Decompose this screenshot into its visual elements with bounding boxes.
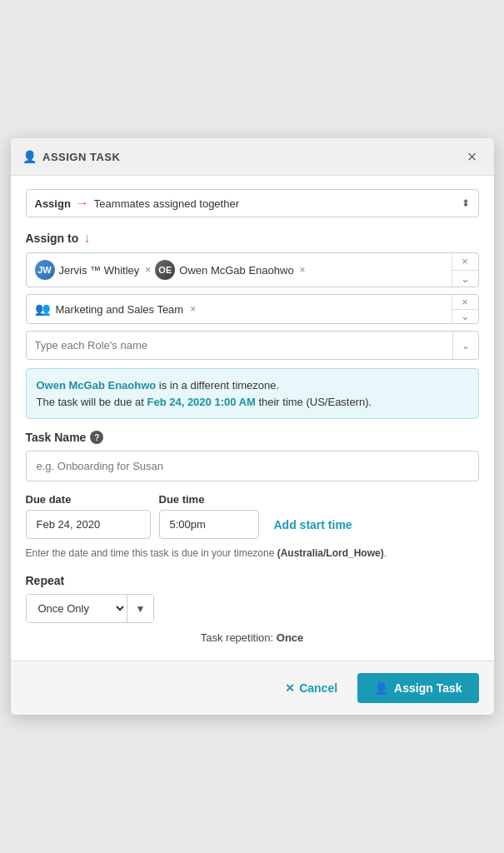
- modal-title-group: 👤 ASSIGN TASK: [22, 150, 121, 163]
- due-date-group: Due date: [26, 493, 151, 539]
- task-repetition-value: Once: [277, 631, 304, 644]
- repeat-select-wrapper: Once Only Daily Weekly Monthly ▼: [26, 594, 155, 623]
- due-time-label: Due time: [159, 493, 259, 506]
- timezone-message3: their time (US/Eastern).: [256, 396, 372, 408]
- remove-owen-button[interactable]: ×: [300, 264, 306, 276]
- assignee-tag-jervis: JW Jervis ™ Whitley ×: [35, 260, 152, 280]
- roles-input[interactable]: [27, 332, 452, 359]
- remove-team-button[interactable]: ×: [190, 303, 196, 315]
- timezone-date: Feb 24, 2020 1:00 AM: [147, 396, 255, 408]
- assign-task-button[interactable]: 👤 Assign Task: [357, 673, 478, 703]
- help-icon[interactable]: ?: [90, 431, 103, 444]
- people-expand-button[interactable]: ⌄: [452, 271, 478, 287]
- people-assign-box-main: JW Jervis ™ Whitley × OE Owen McGab Enao…: [27, 253, 452, 287]
- assign-to-label: Assign to ↓: [26, 231, 479, 246]
- assign-mode-row: Assign → Teammates assigned together ⬍: [26, 189, 479, 217]
- due-date-label: Due date: [26, 493, 151, 506]
- assign-task-label: Assign Task: [394, 681, 462, 695]
- timezone-message2: The task will be due at: [37, 396, 147, 408]
- people-clear-button[interactable]: ×: [452, 253, 478, 271]
- task-name-label: Task Name ?: [26, 431, 479, 444]
- task-name-input[interactable]: [26, 451, 479, 481]
- team-icon: 👥: [35, 302, 51, 317]
- timezone-person-name: Owen McGab Enaohwo: [37, 379, 157, 392]
- assignee-name-jervis: Jervis ™ Whitley: [59, 264, 140, 277]
- team-clear-button[interactable]: ×: [452, 295, 478, 310]
- cancel-button[interactable]: ✕ Cancel: [273, 673, 349, 703]
- modal-header: 👤 ASSIGN TASK ×: [11, 138, 494, 176]
- assignee-name-owen: Owen McGab Enaohwo: [179, 264, 293, 277]
- repeat-select[interactable]: Once Only Daily Weekly Monthly: [27, 595, 127, 622]
- due-date-input[interactable]: [26, 510, 151, 539]
- people-assign-box: JW Jervis ™ Whitley × OE Owen McGab Enao…: [26, 252, 479, 287]
- date-time-row: Due date Due time Add start time: [26, 493, 479, 539]
- avatar-jervis: JW: [35, 260, 55, 280]
- repeat-label: Repeat: [26, 574, 479, 587]
- team-name: Marketing and Sales Team: [56, 303, 184, 316]
- close-button[interactable]: ×: [462, 147, 482, 167]
- assign-prefix: Assign: [35, 197, 71, 210]
- modal-title: ASSIGN TASK: [42, 151, 120, 163]
- timezone-notice: Owen McGab Enaohwo is in a different tim…: [26, 368, 479, 419]
- due-time-group: Due time: [159, 493, 259, 539]
- remove-jervis-button[interactable]: ×: [145, 264, 151, 276]
- avatar-owen: OE: [155, 260, 175, 280]
- roles-chevron-button[interactable]: ⌄: [452, 332, 478, 359]
- team-tag: 👥 Marketing and Sales Team ×: [35, 302, 197, 317]
- cancel-label: Cancel: [299, 681, 337, 695]
- cancel-icon: ✕: [285, 681, 295, 695]
- timezone-hint: Enter the date and time this task is due…: [26, 546, 479, 561]
- assign-task-icon: 👤: [374, 681, 388, 695]
- repeat-dropdown-button[interactable]: ▼: [127, 595, 154, 622]
- chevron-down-icon: ⬍: [462, 197, 470, 209]
- assignee-tag-owen: OE Owen McGab Enaohwo ×: [155, 260, 305, 280]
- person-icon: 👤: [22, 150, 37, 163]
- modal-footer: ✕ Cancel 👤 Assign Task: [11, 661, 494, 715]
- red-arrow-icon: ↓: [83, 231, 90, 246]
- assign-mode-select[interactable]: Assign → Teammates assigned together ⬍: [26, 189, 479, 217]
- task-repetition-text: Task repetition: Once: [26, 631, 479, 644]
- assign-mode-inner: Assign → Teammates assigned together: [35, 196, 240, 211]
- due-time-input[interactable]: [159, 510, 259, 539]
- team-assign-box-main: 👥 Marketing and Sales Team ×: [27, 295, 452, 323]
- team-assign-box: 👥 Marketing and Sales Team × × ⌄: [26, 294, 479, 324]
- team-expand-button[interactable]: ⌄: [452, 310, 478, 324]
- assign-arrow-icon: →: [76, 196, 89, 211]
- team-assign-actions: × ⌄: [452, 295, 478, 323]
- modal-body: Assign → Teammates assigned together ⬍ A…: [11, 176, 494, 661]
- assign-mode-text: Teammates assigned together: [94, 197, 239, 210]
- timezone-message1: is in a different timezone.: [156, 379, 279, 392]
- people-assign-actions: × ⌄: [452, 253, 478, 287]
- roles-input-box: ⌄: [26, 331, 479, 360]
- add-start-time-button[interactable]: Add start time: [267, 518, 352, 539]
- assign-task-modal: 👤 ASSIGN TASK × Assign → Teammates assig…: [11, 138, 494, 715]
